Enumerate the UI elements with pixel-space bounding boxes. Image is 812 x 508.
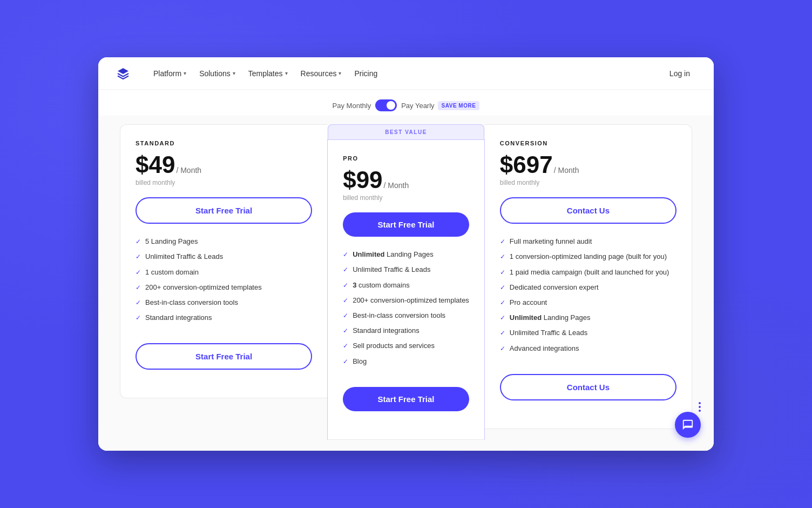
- logo-icon: [116, 66, 131, 81]
- list-item: ✓Unlimited Landing Pages: [343, 250, 469, 259]
- list-item: ✓Advanced integrations: [500, 344, 676, 353]
- check-icon: ✓: [136, 252, 141, 262]
- nav-resources[interactable]: Resources ▾: [295, 66, 347, 81]
- yearly-label: Pay Yearly: [401, 102, 434, 110]
- check-icon: ✓: [500, 329, 505, 338]
- list-item: ✓1 conversion-optimized landing page (bu…: [500, 252, 676, 262]
- standard-cta-bottom-button[interactable]: Start Free Trial: [136, 343, 312, 370]
- best-value-badge: BEST VALUE: [328, 124, 484, 139]
- navigation: Platform ▾ Solutions ▾ Templates ▾ Resou…: [98, 57, 714, 90]
- nav-platform-label: Platform: [153, 69, 181, 78]
- billing-toggle-area: Pay Monthly Pay Yearly SAVE MORE: [98, 90, 714, 116]
- check-icon: ✓: [343, 250, 348, 259]
- standard-plan-name: STANDARD: [136, 140, 312, 146]
- standard-billed: billed monthly: [136, 179, 312, 186]
- pro-price: $99: [343, 168, 382, 192]
- nav-pricing[interactable]: Pricing: [349, 66, 383, 81]
- list-item: ✓Sell products and services: [343, 341, 469, 351]
- pro-cta-bottom-button[interactable]: Start Free Trial: [343, 387, 469, 411]
- list-item: ✓Dedicated conversion expert: [500, 283, 676, 292]
- nav-solutions-label: Solutions: [199, 69, 231, 78]
- chat-dot: [699, 410, 701, 412]
- check-icon: ✓: [343, 326, 348, 336]
- conversion-billed: billed monthly: [500, 179, 676, 186]
- pricing-area: STANDARD $49 / Month billed monthly Star…: [98, 116, 714, 451]
- check-icon: ✓: [500, 237, 505, 246]
- check-icon: ✓: [343, 296, 348, 305]
- chat-dot: [699, 402, 701, 404]
- check-icon: ✓: [500, 268, 505, 277]
- check-icon: ✓: [136, 283, 141, 292]
- nav-templates-label: Templates: [248, 69, 283, 78]
- list-item: ✓Unlimited Traffic & Leads: [136, 252, 312, 262]
- conversion-cta-top-button[interactable]: Contact Us: [500, 197, 676, 224]
- check-icon: ✓: [500, 344, 505, 353]
- standard-price-row: $49 / Month: [136, 153, 312, 177]
- list-item: ✓200+ conversion-optimized templates: [136, 283, 312, 292]
- cards-wrapper: STANDARD $49 / Month billed monthly Star…: [120, 124, 692, 440]
- check-icon: ✓: [136, 298, 141, 308]
- check-icon: ✓: [343, 357, 348, 366]
- list-item: ✓Pro account: [500, 298, 676, 308]
- standard-price: $49: [136, 153, 175, 177]
- standard-cta-top-button[interactable]: Start Free Trial: [136, 197, 312, 224]
- chevron-down-icon: ▾: [285, 70, 288, 76]
- conversion-price: $697: [500, 153, 553, 177]
- chat-widget-button[interactable]: [675, 412, 701, 438]
- list-item: ✓Standard integrations: [136, 313, 312, 323]
- chat-dots: [699, 402, 701, 412]
- conversion-features-list: ✓Full marketing funnel audit ✓1 conversi…: [500, 237, 676, 359]
- nav-platform[interactable]: Platform ▾: [148, 66, 192, 81]
- chevron-down-icon: ▾: [339, 70, 341, 76]
- list-item: ✓1 custom domain: [136, 268, 312, 277]
- pro-cta-top-button[interactable]: Start Free Trial: [343, 212, 469, 237]
- list-item: ✓Unlimited Traffic & Leads: [343, 265, 469, 275]
- list-item: ✓200+ conversion-optimized templates: [343, 296, 469, 305]
- nav-resources-label: Resources: [301, 69, 337, 78]
- pro-plan-card: PRO $99 / Month billed monthly Start Fre…: [327, 139, 485, 440]
- conversion-plan-card: CONVERSION $697 / Month billed monthly C…: [485, 124, 692, 429]
- chat-icon: [682, 419, 694, 431]
- list-item: ✓Standard integrations: [343, 326, 469, 336]
- monthly-label: Pay Monthly: [333, 102, 371, 110]
- list-item: ✓Unlimited Traffic & Leads: [500, 328, 676, 338]
- standard-plan-card: STANDARD $49 / Month billed monthly Star…: [120, 124, 327, 398]
- conversion-period: / Month: [554, 166, 579, 175]
- pro-plan-name: PRO: [343, 155, 469, 162]
- billing-toggle[interactable]: [375, 99, 397, 111]
- list-item: ✓Unlimited Landing Pages: [500, 313, 676, 323]
- check-icon: ✓: [136, 237, 141, 246]
- check-icon: ✓: [500, 298, 505, 308]
- chevron-down-icon: ▾: [184, 70, 186, 76]
- standard-features-list: ✓5 Landing Pages ✓Unlimited Traffic & Le…: [136, 237, 312, 328]
- check-icon: ✓: [500, 313, 505, 323]
- save-badge: SAVE MORE: [438, 101, 480, 110]
- check-icon: ✓: [136, 313, 141, 323]
- pro-period: / Month: [384, 181, 409, 190]
- toggle-knob: [387, 101, 395, 110]
- conversion-price-row: $697 / Month: [500, 153, 676, 177]
- conversion-cta-bottom-button[interactable]: Contact Us: [500, 374, 676, 400]
- check-icon: ✓: [500, 252, 505, 262]
- list-item: ✓1 paid media campaign (built and launch…: [500, 268, 676, 277]
- list-item: ✓Blog: [343, 357, 469, 366]
- check-icon: ✓: [343, 281, 348, 290]
- conversion-plan-name: CONVERSION: [500, 140, 676, 146]
- check-icon: ✓: [500, 283, 505, 292]
- list-item: ✓Best-in-class conversion tools: [136, 298, 312, 308]
- check-icon: ✓: [343, 265, 348, 275]
- login-button[interactable]: Log in: [663, 66, 696, 81]
- chat-dot: [699, 406, 701, 408]
- nav-templates[interactable]: Templates ▾: [243, 66, 293, 81]
- logo[interactable]: [116, 66, 131, 81]
- list-item: ✓5 Landing Pages: [136, 237, 312, 246]
- list-item: ✓Full marketing funnel audit: [500, 237, 676, 246]
- pro-plan-wrapper: BEST VALUE PRO $99 / Month billed monthl…: [327, 124, 485, 440]
- nav-solutions[interactable]: Solutions ▾: [194, 66, 241, 81]
- check-icon: ✓: [343, 342, 348, 351]
- list-item: ✓3 custom domains: [343, 280, 469, 290]
- pro-price-row: $99 / Month: [343, 168, 469, 192]
- chevron-down-icon: ▾: [233, 70, 235, 76]
- check-icon: ✓: [136, 268, 141, 277]
- pro-billed: billed monthly: [343, 194, 469, 202]
